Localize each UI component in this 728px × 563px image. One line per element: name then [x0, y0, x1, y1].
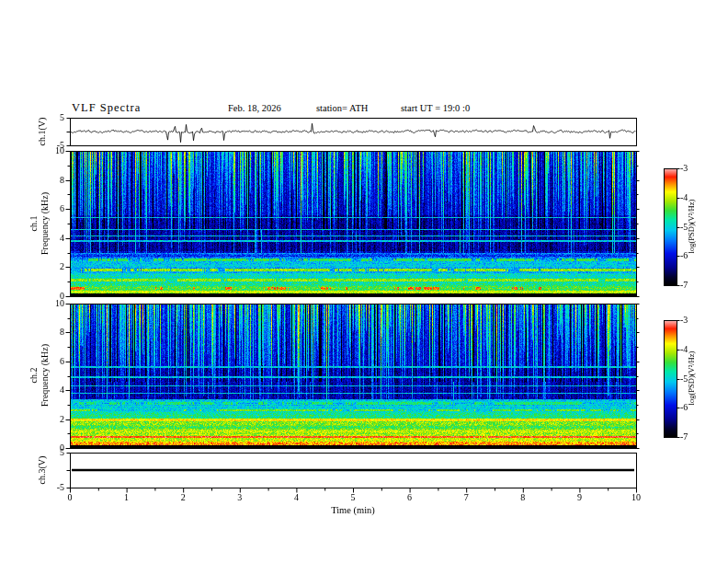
ch1-spectrogram-yticks-2: 6 [60, 204, 64, 213]
time-axis-ticks-6: 6 [407, 493, 412, 502]
colorbar1-ticks-1: -4 [680, 193, 688, 202]
colorbar1-ticks-0: -3 [680, 164, 688, 173]
time-axis-ticks-2: 2 [181, 493, 186, 502]
ch2-spectrogram-ylabel-line1: ch.2 [28, 344, 40, 407]
ch1-spectrogram-yticks-3: 4 [60, 234, 64, 243]
ch1-spectrogram-yticks-0: 10 [55, 146, 64, 155]
colorbar2-ticks-0: -3 [680, 316, 688, 325]
ch2-spectrogram-yticks-1: 8 [60, 327, 64, 337]
time-axis-ticks-8: 8 [520, 493, 525, 502]
axes-frame-canvas [0, 0, 728, 563]
colorbar2-ticks: -3-4-5-6-7 [680, 320, 699, 437]
time-axis-ticks-3: 3 [237, 493, 242, 502]
ch1-spectrogram-yticks: 1086420 [46, 151, 64, 296]
ch2-spectrogram-yticks-4: 2 [60, 415, 64, 424]
ch1-spectrogram-ylabel-line1: ch.1 [28, 192, 40, 255]
ch2-spectrogram-yticks-0: 10 [55, 299, 64, 308]
vlf-spectra-plot-page: VLF Spectra Feb. 18, 2026 station= ATH s… [0, 0, 728, 563]
ch1-voltage-yticks: 5-5 [46, 118, 64, 145]
ch2-spectrogram-yticks-2: 6 [60, 357, 64, 366]
colorbar2-ticks-2: -5 [680, 374, 688, 384]
time-axis-ticks-9: 9 [577, 493, 582, 502]
time-axis-ticks: 012345678910 [70, 493, 636, 504]
ch1-voltage-yticks-0: 5 [60, 113, 64, 122]
colorbar2-ticks-4: -7 [680, 432, 688, 442]
time-axis-ticks-0: 0 [68, 493, 73, 502]
colorbar1-ticks: -3-4-5-6-7 [680, 168, 699, 285]
time-axis-ticks-4: 4 [294, 493, 299, 502]
ch3-voltage-yticks-1: -5 [57, 483, 64, 492]
colorbar2-ticks-1: -4 [680, 345, 688, 354]
time-axis-ticks-10: 10 [631, 493, 641, 502]
colorbar1-ticks-2: -5 [680, 223, 688, 232]
time-axis-label: Time (min) [70, 505, 636, 515]
time-axis-ticks-7: 7 [464, 493, 469, 502]
ch1-spectrogram-yticks-1: 8 [60, 176, 64, 185]
ch1-spectrogram-yticks-4: 2 [60, 262, 64, 271]
time-axis-ticks-1: 1 [124, 493, 129, 502]
colorbar2-ticks-3: -6 [680, 403, 688, 412]
time-axis-ticks-5: 5 [351, 493, 356, 502]
ch2-spectrogram-yticks-3: 4 [60, 385, 64, 395]
colorbar1-ticks-3: -6 [680, 251, 688, 260]
ch3-voltage-yticks-0: 5 [60, 448, 64, 457]
colorbar1-ticks-4: -7 [680, 281, 688, 290]
ch2-spectrogram-yticks: 1086420 [46, 304, 64, 448]
ch3-voltage-yticks: 5-5 [46, 453, 64, 488]
